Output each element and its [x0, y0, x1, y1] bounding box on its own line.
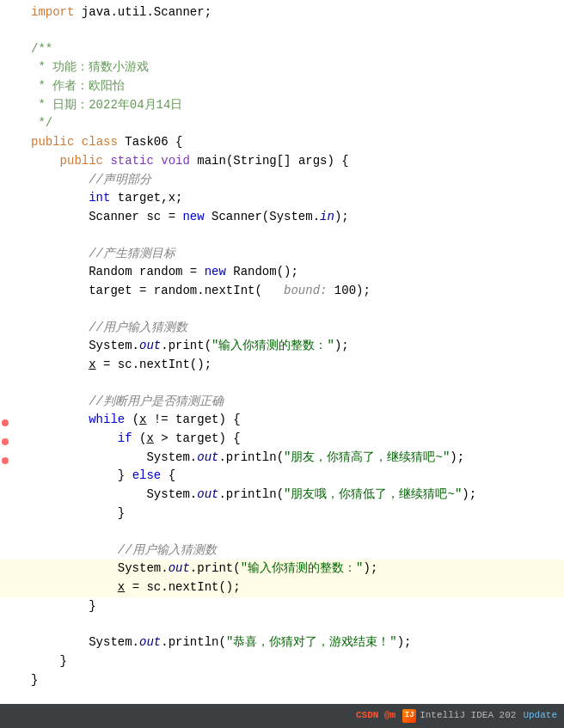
- line-blank: [0, 22, 564, 40]
- update-label[interactable]: Update: [523, 708, 557, 723]
- code-line: * 功能：猜数小游戏: [24, 58, 564, 77]
- line-else: } else {: [0, 467, 564, 486]
- code-line: x = sc.nextInt();: [24, 356, 564, 375]
- line-comment: */: [0, 114, 564, 133]
- line-random-decl: Random random = new Random();: [0, 263, 564, 282]
- code-line: public static void main(String[] args) {: [24, 152, 564, 171]
- code-line: //判断用户是否猜测正确: [24, 393, 564, 412]
- code-line: x = sc.nextInt();: [24, 578, 564, 597]
- line-nextint: target = random.nextInt( bound: 100);: [0, 282, 564, 301]
- code-line: System.out.print("输入你猜测的整数：");: [24, 560, 564, 578]
- line-nextint2: x = sc.nextInt();: [0, 356, 564, 375]
- code-line: } else {: [24, 467, 564, 486]
- line-comment-inline: //声明部分: [0, 171, 564, 190]
- code-line: * 作者：欧阳怡: [24, 77, 564, 96]
- code-line: System.out.println("朋友哦，你猜低了，继续猜吧~");: [24, 486, 564, 505]
- line-comment-check: //判断用户是否猜测正确: [0, 393, 564, 412]
- line-blank: [0, 375, 564, 393]
- code-line: System.out.println("朋友，你猜高了，继续猜吧~");: [24, 449, 564, 468]
- line-println-low: System.out.println("朋友哦，你猜低了，继续猜吧~");: [0, 486, 564, 505]
- line-comment-input2: //用户输入猜测数: [0, 541, 564, 560]
- csdn-logo: CSDN @m: [356, 708, 395, 723]
- code-line: //声明部分: [24, 171, 564, 190]
- line-comment: * 功能：猜数小游戏: [0, 58, 564, 77]
- line-scanner-decl: Scanner sc = new Scanner(System.in);: [0, 208, 564, 227]
- code-line: while (x != target) {: [24, 411, 564, 430]
- line-println-success: System.out.println("恭喜，你猜对了，游戏结束！");: [0, 633, 564, 652]
- code-line: Scanner sc = new Scanner(System.in);: [24, 208, 564, 227]
- line-blank: [0, 523, 564, 541]
- line-class-decl: public class Task06 {: [0, 133, 564, 152]
- line-nextint3: x = sc.nextInt();: [0, 578, 564, 597]
- line-println-high: System.out.println("朋友，你猜高了，继续猜吧~");: [0, 449, 564, 468]
- code-line: int target,x;: [24, 189, 564, 208]
- code-line: //用户输入猜测数: [24, 541, 564, 560]
- line-close-while: }: [0, 597, 564, 616]
- code-line: Random random = new Random();: [24, 263, 564, 282]
- line-comment-target: //产生猜测目标: [0, 245, 564, 264]
- code-line: System.out.print("输入你猜测的整数：");: [24, 337, 564, 356]
- line-comment: * 日期：2022年04月14日: [0, 96, 564, 115]
- code-line: import java.util.Scanner;: [24, 3, 564, 22]
- line-blank: [0, 227, 564, 245]
- line-int-decl: int target,x;: [0, 189, 564, 208]
- intellij-icon: IJ: [402, 709, 416, 723]
- line-print1: System.out.print("输入你猜测的整数：");: [0, 337, 564, 356]
- code-line: System.out.println("恭喜，你猜对了，游戏结束！");: [24, 633, 564, 652]
- line-blank: [0, 301, 564, 319]
- line-comment: * 作者：欧阳怡: [0, 77, 564, 96]
- code-line: target = random.nextInt( bound: 100);: [24, 282, 564, 301]
- code-editor: import java.util.Scanner; /** * 功能：猜数小游戏…: [0, 0, 564, 693]
- code-line: if (x > target) {: [24, 430, 564, 449]
- code-line: /**: [24, 40, 564, 59]
- line-if: if (x > target) {: [0, 430, 564, 449]
- line-while: while (x != target) {: [0, 411, 564, 430]
- line-comment-input1: //用户输入猜测数: [0, 319, 564, 338]
- code-line: //产生猜测目标: [24, 245, 564, 264]
- idea-info: IJ IntelliJ IDEA 202: [402, 708, 516, 723]
- line-import: import java.util.Scanner;: [0, 3, 564, 22]
- line-print2: System.out.print("输入你猜测的整数：");: [0, 560, 564, 578]
- status-bar: CSDN @m IJ IntelliJ IDEA 202 Update: [0, 704, 564, 728]
- code-line: }: [24, 597, 564, 616]
- line-comment: /**: [0, 40, 564, 59]
- code-line: //用户输入猜测数: [24, 319, 564, 338]
- idea-label: IntelliJ IDEA 202: [420, 708, 516, 723]
- line-close-main: }: [0, 652, 564, 671]
- code-line: public class Task06 {: [24, 133, 564, 152]
- code-line: */: [24, 114, 564, 133]
- code-line: }: [24, 652, 564, 671]
- line-close-if: }: [0, 505, 564, 523]
- line-close-class: }: [0, 671, 564, 690]
- line-main-decl: public static void main(String[] args) {: [0, 152, 564, 171]
- line-blank: [0, 615, 564, 633]
- code-line: }: [24, 671, 564, 690]
- code-line: }: [24, 505, 564, 523]
- code-line: * 日期：2022年04月14日: [24, 96, 564, 115]
